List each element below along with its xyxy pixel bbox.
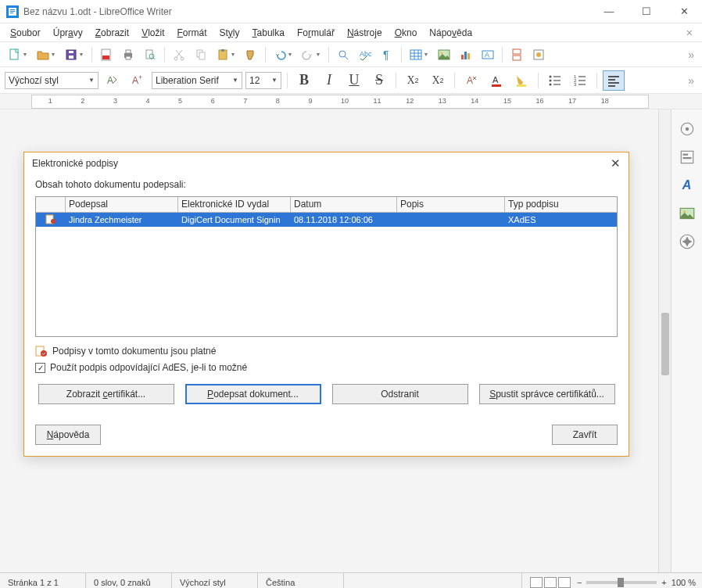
sidebar-settings-icon[interactable]	[679, 120, 696, 138]
col-type[interactable]: Typ podpisu	[505, 197, 617, 212]
cut-button[interactable]	[169, 45, 189, 65]
new-style-button[interactable]: A+	[127, 70, 149, 91]
view-single[interactable]	[530, 577, 543, 588]
highlight-button[interactable]	[510, 70, 532, 91]
bold-button[interactable]: B	[293, 70, 315, 91]
menu-styly[interactable]: Styly	[214, 26, 245, 40]
status-lang[interactable]: Čeština	[258, 573, 344, 588]
sidebar-styles-icon[interactable]: A	[679, 177, 696, 194]
menu-tabulka[interactable]: Tabulka	[247, 26, 290, 40]
font-color-button[interactable]: A	[485, 70, 507, 91]
help-button[interactable]: Nápověda	[35, 425, 101, 445]
menu-upravy[interactable]: Úpravy	[48, 26, 88, 40]
subscript-button[interactable]: X2	[427, 70, 449, 91]
print-button[interactable]	[118, 45, 138, 65]
menu-formular[interactable]: Formulář	[292, 26, 340, 40]
pilcrow-button[interactable]: ¶	[377, 45, 397, 65]
format-toolbar-overflow[interactable]: »	[685, 74, 697, 87]
close-doc-button[interactable]: ×	[682, 27, 697, 39]
close-button[interactable]: ✕	[672, 5, 696, 17]
find-button[interactable]	[333, 45, 353, 65]
underline-button[interactable]: U	[343, 70, 365, 91]
superscript-button[interactable]: X2	[402, 70, 424, 91]
signatures-table[interactable]: Podepsal Elektronické ID vydal Datum Pop…	[35, 196, 618, 337]
ades-checkbox[interactable]: ✓	[35, 363, 45, 373]
textbox-button[interactable]: A	[478, 45, 498, 65]
col-date[interactable]: Datum	[291, 197, 397, 212]
sign-doc-button[interactable]: Podepsat dokument...	[185, 384, 321, 404]
col-icon[interactable]	[36, 197, 66, 212]
menu-okno[interactable]: Okno	[389, 26, 423, 40]
menu-format[interactable]: Formát	[171, 26, 212, 40]
table-button[interactable]: ▼	[406, 45, 432, 65]
svg-text:A: A	[467, 75, 473, 86]
zoom-out[interactable]: −	[577, 578, 582, 587]
dialog-close-button[interactable]: ✕	[611, 156, 621, 170]
status-words[interactable]: 0 slov, 0 znaků	[86, 573, 172, 588]
svg-rect-29	[464, 52, 467, 59]
redo-button[interactable]: ▼	[298, 45, 324, 65]
sidebar-navigator-icon[interactable]	[679, 233, 696, 250]
align-left-button[interactable]	[603, 70, 625, 91]
clear-fmt-button[interactable]: A	[460, 70, 482, 91]
sidebar-properties-icon[interactable]	[679, 149, 696, 166]
copy-button[interactable]	[191, 45, 211, 65]
svg-point-44	[550, 75, 552, 77]
col-issuer[interactable]: Elektronické ID vydal	[178, 197, 291, 212]
svg-rect-45	[553, 76, 561, 77]
svg-point-65	[685, 127, 688, 131]
zoom-value[interactable]: 100 %	[672, 578, 696, 587]
toolbar-overflow[interactable]: »	[685, 48, 697, 61]
table-row[interactable]: Jindra Zechmeister DigiCert Document Sig…	[36, 213, 617, 227]
spellcheck-button[interactable]: Abc	[355, 45, 375, 65]
view-cert-button[interactable]: Zobrazit certifikát...	[38, 384, 174, 404]
bullets-button[interactable]	[544, 70, 566, 91]
pdf-button[interactable]	[96, 45, 116, 65]
numbering-button[interactable]: 123	[569, 70, 591, 91]
open-button[interactable]: ▼	[33, 45, 59, 65]
menu-zobrazit[interactable]: Zobrazit	[90, 26, 134, 40]
maximize-button[interactable]: ☐	[635, 5, 658, 17]
strike-button[interactable]: S	[368, 70, 390, 91]
scrollbar-thumb[interactable]	[661, 313, 669, 375]
svg-rect-57	[608, 79, 615, 81]
status-style[interactable]: Výchozí styl	[172, 573, 258, 588]
valid-icon	[35, 345, 48, 357]
minimize-button[interactable]: —	[597, 5, 621, 17]
page-viewport[interactable]: Elektronické podpisy ✕ Obsah tohoto doku…	[0, 109, 658, 572]
save-button[interactable]: ▼	[61, 45, 88, 65]
view-multi[interactable]	[544, 577, 557, 588]
paste-button[interactable]: ▼	[213, 45, 239, 65]
close-dialog-button[interactable]: Zavřít	[552, 425, 618, 445]
statusbar: Stránka 1 z 1 0 slov, 0 znaků Výchozí st…	[0, 572, 702, 588]
new-button[interactable]: ▼	[5, 45, 31, 65]
menu-vlozit[interactable]: Vložit	[136, 26, 170, 40]
clone-fmt-button[interactable]	[241, 45, 261, 65]
remove-button[interactable]: Odstranit	[332, 384, 468, 404]
zoom-in[interactable]: +	[661, 578, 666, 587]
field-button[interactable]	[528, 45, 549, 65]
svg-rect-4	[10, 13, 13, 13]
sidebar-gallery-icon[interactable]	[679, 205, 696, 222]
view-book[interactable]	[558, 577, 571, 588]
preview-button[interactable]	[140, 45, 160, 65]
zoom-slider[interactable]	[586, 581, 657, 584]
update-style-button[interactable]: A	[102, 70, 124, 91]
col-desc[interactable]: Popis	[397, 197, 505, 212]
font-size-combo[interactable]: 12▼	[245, 72, 281, 89]
undo-button[interactable]: ▼	[270, 45, 296, 65]
italic-button[interactable]: I	[318, 70, 340, 91]
pagebreak-button[interactable]	[507, 45, 527, 65]
horizontal-ruler[interactable]: 123456789101112131415161718	[31, 95, 649, 109]
cert-manager-button[interactable]: Spustit správce certifikátů...	[479, 384, 615, 404]
menu-napoveda[interactable]: Nápověda	[424, 26, 478, 40]
menu-soubor[interactable]: Soubor	[5, 26, 46, 40]
col-signer[interactable]: Podepsal	[66, 197, 178, 212]
image-button[interactable]	[434, 45, 454, 65]
chart-button[interactable]	[456, 45, 476, 65]
status-page[interactable]: Stránka 1 z 1	[0, 573, 86, 588]
menu-nastroje[interactable]: Nástroje	[342, 26, 388, 40]
paragraph-style-combo[interactable]: Výchozí styl▼	[5, 72, 98, 89]
vertical-scrollbar[interactable]	[658, 109, 671, 572]
font-name-combo[interactable]: Liberation Serif▼	[152, 72, 242, 89]
